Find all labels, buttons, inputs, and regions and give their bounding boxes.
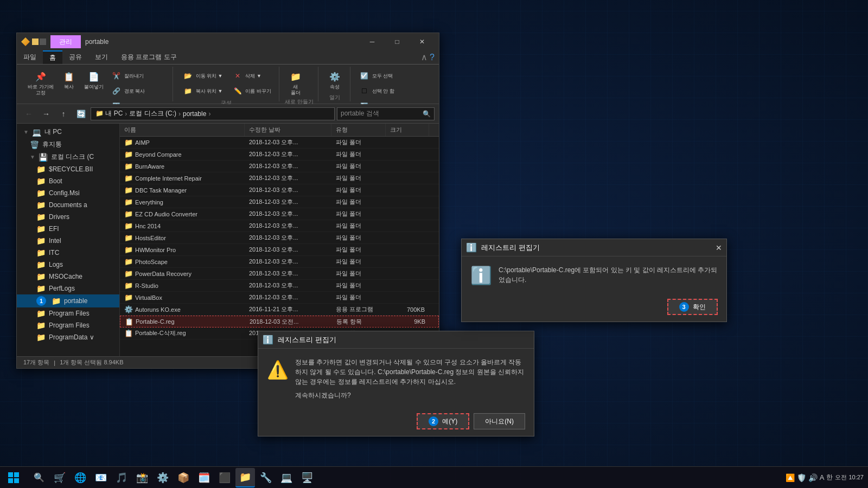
- taskbar-browser[interactable]: 🌐: [71, 468, 90, 487]
- table-row[interactable]: 📁AIMP 2018-12-03 오후... 파일 폴더: [120, 137, 439, 149]
- sidebar-item-mypc[interactable]: ▼ 💻 내 PC: [17, 126, 119, 138]
- tab-file[interactable]: 파일: [17, 50, 43, 64]
- ok-button[interactable]: 3 확인: [667, 299, 718, 315]
- rename-button[interactable]: ✏️ 이름 바꾸기: [228, 84, 275, 98]
- taskbar-store[interactable]: 🛒: [50, 468, 69, 487]
- table-row[interactable]: 📁Complete Internet Repair 2018-12-03 오후.…: [120, 172, 439, 184]
- taskbar-lang-ko[interactable]: 한: [826, 473, 833, 482]
- table-row[interactable]: 📁VirtualBox 2018-12-03 오후... 파일 폴더: [120, 292, 439, 304]
- taskbar-calendar[interactable]: 🗓️: [194, 468, 214, 487]
- table-row[interactable]: 📁EZ CD Audio Converter 2018-12-03 오후... …: [120, 208, 439, 220]
- taskbar-misc1[interactable]: 💻: [277, 468, 296, 487]
- taskbar-network-icon[interactable]: 🔼: [786, 473, 795, 482]
- address-path[interactable]: 📁 내 PC › 로컬 디스크 (C:) › portable ›: [91, 107, 335, 120]
- new-folder-icon: 📁: [289, 70, 302, 83]
- start-button[interactable]: [0, 467, 27, 489]
- file-name-everything: 📁Everything: [120, 198, 245, 206]
- file-date-vbox: 2018-12-03 오후...: [245, 293, 331, 301]
- taskbar-photos[interactable]: 📸: [132, 468, 152, 487]
- taskbar-mail[interactable]: 📧: [91, 468, 111, 487]
- table-row[interactable]: 📁DBC Task Manager 2018-12-03 오후... 파일 폴더: [120, 184, 439, 196]
- sidebar-item-recycle-bin[interactable]: 📁 $RECYCLE.BII: [17, 163, 119, 175]
- table-row[interactable]: 📁Beyond Compare 2018-12-03 오후... 파일 폴더: [120, 149, 439, 160]
- tab-app-tools[interactable]: 응용 프로그램 도구: [114, 50, 183, 64]
- taskbar-music[interactable]: 🎵: [112, 468, 131, 487]
- sidebar-item-boot[interactable]: 📁 Boot: [17, 175, 119, 187]
- tab-home[interactable]: 홈: [43, 50, 62, 64]
- sidebar-item-intel[interactable]: 📁 Intel: [17, 235, 119, 247]
- sidebar-item-local-disk[interactable]: ▼ 💾 로컬 디스크 (C: [17, 151, 119, 163]
- close-button[interactable]: ✕: [410, 33, 435, 50]
- pin-button[interactable]: 📌 바로 가기에고정: [25, 69, 56, 97]
- search-box[interactable]: portable 검색 🔍: [337, 107, 435, 120]
- sidebar-portable-label: portable: [64, 297, 87, 305]
- sidebar-item-itc[interactable]: 📁 ITC: [17, 247, 119, 259]
- sidebar-item-logs[interactable]: 📁 Logs: [17, 259, 119, 271]
- sidebar-item-programdata[interactable]: 📁 ProgramData ∨: [17, 331, 119, 343]
- sidebar-item-programfiles1[interactable]: 📁 Program Files: [17, 307, 119, 319]
- tab-view[interactable]: 보기: [88, 50, 114, 64]
- sidebar-item-drivers[interactable]: 📁 Drivers: [17, 211, 119, 223]
- table-row[interactable]: 📁HostsEditor 2018-12-03 오후... 파일 폴더: [120, 232, 439, 244]
- sidebar-boot-label: Boot: [49, 177, 62, 185]
- up-button[interactable]: ↑: [56, 106, 71, 121]
- taskbar-taskview[interactable]: ⬛: [215, 468, 234, 487]
- table-row[interactable]: 📁PowerData Recovery 2018-12-03 오후... 파일 …: [120, 268, 439, 280]
- sidebar-item-efi[interactable]: 📁 EFI: [17, 223, 119, 235]
- windows-logo: [8, 472, 19, 483]
- table-row[interactable]: 📁Everything 2018-12-03 오후... 파일 폴더: [120, 196, 439, 208]
- copy-path-button[interactable]: 🔗 경로 복사: [108, 84, 168, 98]
- yes-button[interactable]: 2 예(Y): [417, 413, 469, 429]
- tab-share[interactable]: 공유: [62, 50, 88, 64]
- maximize-button[interactable]: □: [385, 33, 410, 50]
- cut-button[interactable]: ✂️ 잘라내기: [108, 69, 168, 83]
- sidebar-item-documents[interactable]: 📁 Documents a: [17, 199, 119, 211]
- taskbar-misc2[interactable]: 🖥️: [297, 468, 317, 487]
- refresh-button[interactable]: 🔄: [73, 106, 88, 121]
- taskbar-settings[interactable]: ⚙️: [153, 468, 173, 487]
- taskbar-pkg[interactable]: 📦: [174, 468, 193, 487]
- delete-button[interactable]: ✕ 삭제 ▼: [228, 69, 275, 83]
- table-row[interactable]: 📁Hnc 2014 2018-12-03 오후... 파일 폴더: [120, 220, 439, 232]
- sidebar-item-programfiles2[interactable]: 📁 Program Files: [17, 319, 119, 331]
- table-row[interactable]: 📋Portable-C.reg 2018-12-03 오전... 등록 항목 9…: [120, 316, 439, 328]
- warning-dialog-title: 레지스트리 편집기: [278, 335, 336, 345]
- table-row[interactable]: 📁R-Studio 2018-12-03 오후... 파일 폴더: [120, 280, 439, 292]
- table-row[interactable]: 📁BurnAware 2018-12-03 오후... 파일 폴더: [120, 160, 439, 172]
- taskbar-search[interactable]: 🔍: [29, 468, 49, 487]
- paste-button[interactable]: 📄 붙여넣기: [82, 69, 106, 91]
- col-header-type[interactable]: 유형: [331, 124, 386, 136]
- sidebar-item-portable[interactable]: 1 📁 portable: [17, 294, 119, 307]
- window-title: portable: [85, 38, 108, 46]
- new-folder-button[interactable]: 📁 새폴더: [285, 69, 307, 97]
- sidebar-item-recycle[interactable]: 🗑️ 휴지통: [17, 138, 119, 151]
- copy-to-button[interactable]: 📁 복사 위치 ▼: [178, 84, 226, 98]
- col-header-name[interactable]: 이름: [120, 124, 245, 136]
- sidebar-item-config[interactable]: 📁 Config.Msi: [17, 187, 119, 199]
- select-none-button[interactable]: ☐ 선택 안 함: [356, 84, 406, 98]
- no-button[interactable]: 아니요(N): [474, 413, 525, 429]
- back-button[interactable]: ←: [21, 106, 36, 121]
- taskbar-explorer[interactable]: 📁: [235, 468, 255, 487]
- table-row[interactable]: 📁PhotoScape 2018-12-03 오후... 파일 폴더: [120, 256, 439, 268]
- taskbar-antivirus-icon[interactable]: 🛡️: [797, 473, 806, 482]
- col-header-date[interactable]: 수정한 날짜: [245, 124, 331, 136]
- table-row[interactable]: 📁HWMonitor Pro 2018-12-03 오후... 파일 폴더: [120, 244, 439, 256]
- taskbar-clock[interactable]: 오전 10:27: [835, 473, 864, 481]
- sidebar-item-perflogs[interactable]: 📁 PerfLogs: [17, 282, 119, 294]
- minimize-button[interactable]: ─: [360, 33, 385, 50]
- open-group: ⚙️ 속성 열기: [320, 67, 350, 101]
- success-close-button[interactable]: ✕: [716, 243, 722, 252]
- management-tab[interactable]: 관리: [50, 35, 81, 48]
- copy-button[interactable]: 📋 복사: [58, 69, 80, 91]
- col-header-size[interactable]: 크기: [386, 124, 429, 136]
- taskbar-volume-icon[interactable]: 🔊: [808, 473, 818, 482]
- sidebar-item-msocache[interactable]: 📁 MSOCache: [17, 271, 119, 282]
- properties-button[interactable]: ⚙️ 속성: [324, 69, 346, 91]
- move-to-button[interactable]: 📂 이동 위치 ▼: [178, 69, 226, 83]
- taskbar-lang-a[interactable]: A: [820, 473, 825, 481]
- taskbar-tools[interactable]: 🔧: [256, 468, 276, 487]
- table-row[interactable]: ⚙️Autoruns KO.exe 2016-11-21 오후... 응용 프로…: [120, 304, 439, 316]
- select-all-button[interactable]: ☑️ 모두 선택: [356, 69, 406, 83]
- forward-button[interactable]: →: [39, 106, 54, 121]
